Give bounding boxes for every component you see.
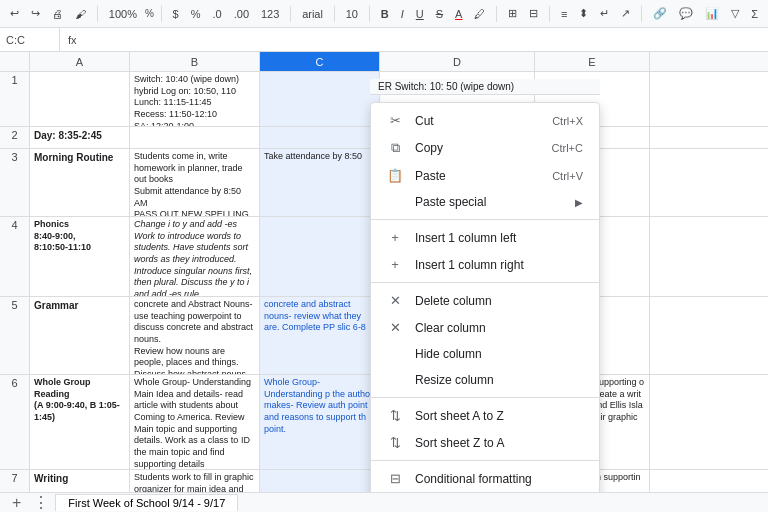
decimal-decrease-button[interactable]: .0 <box>209 6 226 22</box>
copy-icon: ⧉ <box>387 140 403 156</box>
font-size-selector[interactable]: 10 <box>342 8 362 20</box>
paint-format-button[interactable]: 🖌 <box>71 6 90 22</box>
menu-conditional-fmt[interactable]: ⊟ Conditional formatting <box>371 465 599 492</box>
cell-a7[interactable]: Writing <box>30 470 130 492</box>
print-button[interactable]: 🖨 <box>48 6 67 22</box>
bold-button[interactable]: B <box>377 6 393 22</box>
comment-button[interactable]: 💬 <box>675 5 697 22</box>
cell-a2[interactable]: Day: 8:35-2:45 <box>30 127 130 148</box>
cell-c5[interactable]: concrete and abstract nouns- review what… <box>260 297 380 374</box>
menu-insert-col-left-label: Insert 1 column left <box>415 231 516 245</box>
cell-b2[interactable] <box>130 127 260 148</box>
insert-col-left-icon: + <box>387 230 403 245</box>
sheet-menu-button[interactable]: ⋮ <box>27 493 55 512</box>
cell-c3[interactable]: Take attendance by 8:50 <box>260 149 380 216</box>
sheet-tab-1[interactable]: First Week of School 9/14 - 9/17 <box>55 494 238 511</box>
filter-button[interactable]: ▽ <box>727 5 743 22</box>
col-header-b[interactable]: B <box>130 52 260 71</box>
menu-separator <box>371 397 599 398</box>
rotate-button[interactable]: ↗ <box>617 5 634 22</box>
font-selector[interactable]: arial <box>298 8 327 20</box>
menu-cut[interactable]: ✂ Cut Ctrl+X <box>371 107 599 134</box>
wrap-button[interactable]: ↵ <box>596 5 613 22</box>
menu-hide-col[interactable]: Hide column <box>371 341 599 367</box>
undo-button[interactable]: ↩ <box>6 5 23 22</box>
formula-bar: C:C fx <box>0 28 768 52</box>
menu-separator <box>371 219 599 220</box>
formula-content: fx <box>60 34 85 46</box>
menu-paste-label: Paste <box>415 169 446 183</box>
col-header-c[interactable]: C <box>260 52 380 71</box>
cut-shortcut: Ctrl+X <box>552 115 583 127</box>
cell-a4[interactable]: Phonics 8:40-9:00, 8:10:50-11:10 <box>30 217 130 296</box>
align-left-button[interactable]: ≡ <box>557 6 571 22</box>
menu-paste[interactable]: 📋 Paste Ctrl+V <box>371 162 599 189</box>
menu-resize-col-label: Resize column <box>415 373 494 387</box>
format-number-button[interactable]: 123 <box>257 6 283 22</box>
corner-cell <box>0 52 30 71</box>
delete-col-icon: ✕ <box>387 293 403 308</box>
cell-reference[interactable]: C:C <box>0 28 60 51</box>
currency-button[interactable]: $ <box>169 6 183 22</box>
menu-clear-col[interactable]: ✕ Clear column <box>371 314 599 341</box>
menu-insert-col-right[interactable]: + Insert 1 column right <box>371 251 599 278</box>
col-header-e[interactable]: E <box>535 52 650 71</box>
menu-copy[interactable]: ⧉ Copy Ctrl+C <box>371 134 599 162</box>
menu-sort-az-label: Sort sheet A to Z <box>415 409 504 423</box>
underline-button[interactable]: U <box>412 6 428 22</box>
toolbar-sep-6 <box>496 6 497 22</box>
sort-za-icon: ⇅ <box>387 435 403 450</box>
decimal-increase-button[interactable]: .00 <box>230 6 253 22</box>
cell-a5[interactable]: Grammar <box>30 297 130 374</box>
cell-a3[interactable]: Morning Routine <box>30 149 130 216</box>
cell-b7[interactable]: Students work to fill in graphic organiz… <box>130 470 260 492</box>
menu-conditional-fmt-label: Conditional formatting <box>415 472 532 486</box>
conditional-fmt-icon: ⊟ <box>387 471 403 486</box>
cell-c2[interactable] <box>260 127 380 148</box>
menu-sort-za[interactable]: ⇅ Sort sheet Z to A <box>371 429 599 456</box>
paste-shortcut: Ctrl+V <box>552 170 583 182</box>
cell-a6[interactable]: Whole Group Reading (A 9:00-9:40, B 1:05… <box>30 375 130 469</box>
menu-sort-az[interactable]: ⇅ Sort sheet A to Z <box>371 402 599 429</box>
menu-hide-col-label: Hide column <box>415 347 482 361</box>
cell-c1[interactable] <box>260 72 380 126</box>
cell-b5[interactable]: concrete and Abstract Nouns- use teachin… <box>130 297 260 374</box>
row-number: 3 <box>0 149 30 216</box>
cell-a1[interactable] <box>30 72 130 126</box>
italic-button[interactable]: I <box>397 6 408 22</box>
link-button[interactable]: 🔗 <box>649 5 671 22</box>
add-sheet-button[interactable]: + <box>6 494 27 512</box>
valign-button[interactable]: ⬍ <box>575 5 592 22</box>
highlight-button[interactable]: 🖊 <box>470 6 489 22</box>
cell-b6[interactable]: Whole Group- Understanding Main Idea and… <box>130 375 260 469</box>
col-header-a[interactable]: A <box>30 52 130 71</box>
toolbar-sep-7 <box>549 6 550 22</box>
function-button[interactable]: Σ <box>747 6 762 22</box>
cell-b4[interactable]: Change i to y and add -es Work to introd… <box>130 217 260 296</box>
cell-c7[interactable] <box>260 470 380 492</box>
menu-delete-col-label: Delete column <box>415 294 492 308</box>
merge-button[interactable]: ⊟ <box>525 5 542 22</box>
menu-delete-col[interactable]: ✕ Delete column <box>371 287 599 314</box>
cell-c4[interactable] <box>260 217 380 296</box>
cell-b1[interactable]: Switch: 10:40 (wipe down) hybrid Log on:… <box>130 72 260 126</box>
menu-insert-col-left[interactable]: + Insert 1 column left <box>371 224 599 251</box>
borders-button[interactable]: ⊞ <box>504 5 521 22</box>
col-header-d[interactable]: D <box>380 52 535 71</box>
menu-resize-col[interactable]: Resize column <box>371 367 599 393</box>
toolbar: ↩ ↪ 🖨 🖌 100% % $ % .0 .00 123 arial 10 B… <box>0 0 768 28</box>
cell-c6[interactable]: Whole Group- Understanding p the author … <box>260 375 380 469</box>
menu-separator <box>371 460 599 461</box>
text-color-button[interactable]: A <box>451 6 466 22</box>
cell-b3[interactable]: Students come in, write homework in plan… <box>130 149 260 216</box>
percent-button[interactable]: % <box>187 6 205 22</box>
tab-bar: + ⋮ First Week of School 9/14 - 9/17 <box>0 492 768 512</box>
menu-clear-col-label: Clear column <box>415 321 486 335</box>
menu-paste-special[interactable]: Paste special <box>371 189 599 215</box>
row-number: 7 <box>0 470 30 492</box>
paste-icon: 📋 <box>387 168 403 183</box>
strikethrough-button[interactable]: S <box>432 6 447 22</box>
row-number: 6 <box>0 375 30 469</box>
redo-button[interactable]: ↪ <box>27 5 44 22</box>
chart-button[interactable]: 📊 <box>701 5 723 22</box>
